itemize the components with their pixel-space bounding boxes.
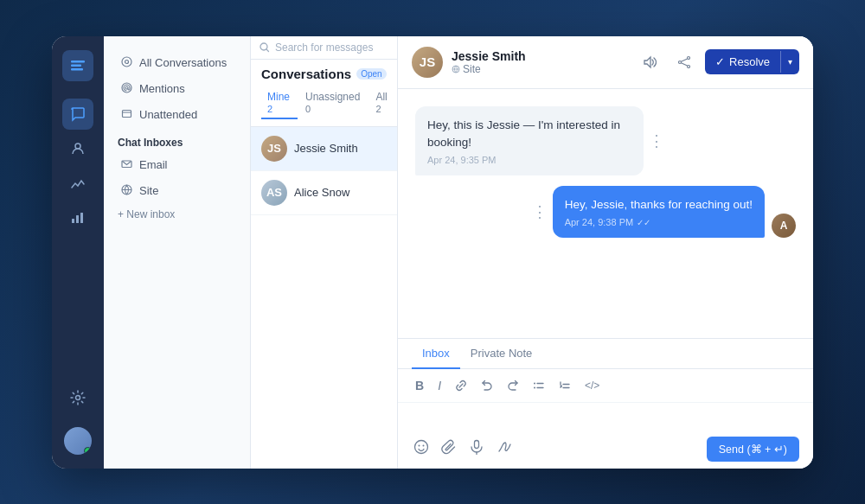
- footer-tabs: Inbox Private Note: [398, 339, 813, 369]
- conversations-title: Conversations: [261, 67, 351, 81]
- sender-avatar: A: [772, 214, 796, 238]
- chat-inboxes-title: Chat Inboxes: [104, 128, 250, 152]
- nav-contacts[interactable]: [62, 133, 93, 164]
- sidebar-item-site[interactable]: Site: [107, 178, 247, 204]
- svg-rect-5: [76, 215, 79, 223]
- redo-icon: [507, 380, 519, 392]
- search-bar: Search for messages: [251, 36, 397, 60]
- contact-avatar: JS: [412, 47, 443, 78]
- mute-button[interactable]: [636, 48, 663, 76]
- jessie-name: Jessie Smith: [294, 142, 358, 155]
- signature-button[interactable]: [495, 437, 514, 460]
- sidebar-item-all-label: All Conversations: [139, 56, 227, 69]
- svg-point-3: [75, 144, 80, 149]
- message-2-inner: ⋮ Hey, Jessie, thanks for reaching out! …: [553, 186, 765, 238]
- nav-reports[interactable]: [62, 168, 93, 199]
- svg-point-18: [688, 65, 690, 67]
- conversation-list: Search for messages Conversations Open M…: [251, 36, 398, 469]
- bold-button[interactable]: B: [412, 376, 427, 395]
- undo-button[interactable]: [477, 377, 497, 394]
- search-placeholder: Search for messages: [275, 41, 373, 54]
- svg-point-9: [125, 60, 129, 63]
- send-button[interactable]: Send (⌘ + ↵): [707, 437, 799, 462]
- footer-toolbar: B I: [398, 369, 813, 403]
- ordered-list-icon: [559, 380, 571, 392]
- tab-inbox[interactable]: Inbox: [412, 339, 460, 369]
- mute-icon: [643, 55, 657, 69]
- unordered-list-button[interactable]: [529, 377, 548, 394]
- sidebar-item-email[interactable]: Email: [107, 152, 247, 178]
- footer-actions-left: [412, 437, 696, 460]
- header-actions: ✓ Resolve ▾: [636, 48, 799, 76]
- resolve-dropdown[interactable]: ▾: [780, 51, 799, 73]
- emoji-button[interactable]: [412, 437, 431, 460]
- sidebar-item-site-label: Site: [139, 184, 158, 197]
- sidebar: All Conversations Mentions Unattended Ch…: [104, 36, 251, 469]
- contact-name: Jessie Smith: [452, 49, 526, 63]
- chat-header: JS Jessie Smith Site: [398, 36, 813, 89]
- sidebar-item-all-conversations[interactable]: All Conversations: [107, 50, 247, 76]
- read-receipt-icon: ✓✓: [637, 218, 650, 227]
- chevron-down-icon: ▾: [788, 57, 792, 67]
- svg-rect-1: [71, 64, 81, 67]
- sidebar-item-mentions[interactable]: Mentions: [107, 76, 247, 102]
- message-1-more[interactable]: ⋮: [649, 131, 664, 150]
- code-button[interactable]: </>: [581, 377, 603, 394]
- svg-rect-11: [123, 110, 131, 117]
- message-2-more[interactable]: ⋮: [532, 202, 548, 221]
- message-input[interactable]: [398, 403, 813, 430]
- undo-icon: [481, 380, 493, 392]
- left-nav: [52, 36, 104, 469]
- conversations-tabs: Mine 2 Unassigned 0 All 2: [251, 85, 397, 127]
- mentions-icon: [121, 82, 132, 96]
- check-icon: ✓: [715, 55, 725, 68]
- signature-icon: [497, 439, 512, 455]
- svg-point-20: [534, 386, 535, 388]
- user-avatar-nav[interactable]: [64, 427, 92, 455]
- more-options-button[interactable]: [670, 48, 698, 76]
- audio-button[interactable]: [467, 437, 486, 460]
- svg-point-17: [679, 61, 682, 63]
- conversation-item-alice[interactable]: AS Alice Snow: [251, 171, 397, 215]
- svg-rect-4: [72, 219, 74, 223]
- contact-source-label: Site: [463, 63, 481, 75]
- chat-main: JS Jessie Smith Site: [398, 36, 813, 469]
- svg-point-21: [415, 441, 428, 454]
- message-2-time: Apr 24, 9:38 PM ✓✓: [565, 217, 753, 227]
- svg-point-19: [534, 382, 535, 384]
- sidebar-item-unattended[interactable]: Unattended: [107, 102, 247, 128]
- conversation-item-jessie[interactable]: JS Jessie Smith: [251, 127, 397, 171]
- message-1-time: Apr 24, 9:35 PM: [427, 155, 631, 165]
- svg-rect-24: [475, 441, 479, 449]
- add-inbox-button[interactable]: + New inbox: [104, 204, 250, 225]
- ordered-list-button[interactable]: [555, 377, 574, 394]
- resolve-label: Resolve: [729, 55, 770, 68]
- resolve-button[interactable]: ✓ Resolve ▾: [705, 49, 799, 74]
- jessie-avatar: JS: [261, 136, 287, 162]
- svg-point-8: [122, 57, 131, 67]
- tab-unassigned[interactable]: Unassigned 0: [299, 88, 368, 119]
- message-1-text: Hey, this is Jessie — I'm interested in …: [427, 117, 631, 152]
- redo-button[interactable]: [503, 377, 522, 394]
- chat-messages: Hey, this is Jessie — I'm interested in …: [398, 89, 813, 338]
- tab-private-note[interactable]: Private Note: [460, 339, 543, 369]
- sidebar-item-email-label: Email: [139, 158, 168, 171]
- message-1-bubble: Hey, this is Jessie — I'm interested in …: [415, 106, 644, 176]
- tab-mine[interactable]: Mine 2: [261, 88, 298, 119]
- attachment-button[interactable]: [439, 437, 458, 460]
- svg-point-16: [688, 56, 690, 59]
- chat-footer: Inbox Private Note B I: [398, 338, 813, 469]
- nav-reports2[interactable]: [62, 202, 93, 233]
- tab-all[interactable]: All 2: [369, 88, 394, 119]
- alice-name: Alice Snow: [294, 186, 349, 199]
- resolve-main[interactable]: ✓ Resolve: [705, 49, 780, 74]
- italic-button[interactable]: I: [434, 376, 445, 395]
- conversations-status-badge: Open: [356, 68, 386, 80]
- svg-point-7: [76, 395, 80, 399]
- nav-settings[interactable]: [62, 382, 93, 413]
- attachment-icon: [441, 439, 457, 455]
- message-2-text: Hey, Jessie, thanks for reaching out!: [565, 196, 753, 214]
- nav-conversations[interactable]: [62, 99, 93, 130]
- contact-source: Site: [452, 63, 526, 75]
- link-button[interactable]: [452, 377, 471, 394]
